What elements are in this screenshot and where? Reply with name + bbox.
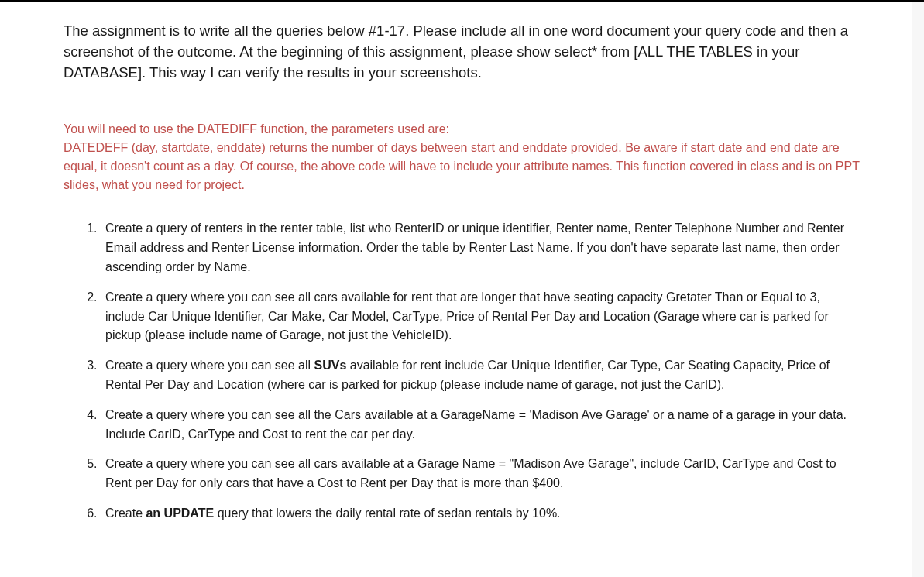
item-text-pre: Create <box>105 507 146 520</box>
item-text-pre: Create a query where you can see all <box>105 359 314 372</box>
item-text: Create a query where you can see all car… <box>105 290 829 342</box>
item-text: Create a query of renters in the renter … <box>105 222 844 273</box>
intro-paragraph: The assignment is to write all the queri… <box>64 21 860 83</box>
item-text-post: query that lowers the daily rental rate … <box>214 507 560 520</box>
hint-paragraph: You will need to use the DATEDIFF functi… <box>64 120 860 194</box>
item-text-bold: SUVs <box>314 359 346 372</box>
item-text: Create a query where you can see all the… <box>105 408 847 441</box>
list-item: Create an UPDATE query that lowers the d… <box>101 504 860 524</box>
item-text-bold: an UPDATE <box>146 507 214 520</box>
list-item: Create a query of renters in the renter … <box>101 219 860 276</box>
list-item: Create a query where you can see all the… <box>101 406 860 445</box>
list-item: Create a query where you can see all SUV… <box>101 356 860 395</box>
scroll-thumb[interactable] <box>914 2 922 577</box>
item-text: Create a query where you can see all car… <box>105 457 836 489</box>
list-item: Create a query where you can see all car… <box>101 455 860 493</box>
assignment-list: Create a query of renters in the renter … <box>64 219 860 523</box>
list-item: Create a query where you can see all car… <box>101 288 860 345</box>
vertical-scrollbar[interactable] <box>912 2 924 577</box>
document-content: The assignment is to write all the queri… <box>0 2 924 550</box>
